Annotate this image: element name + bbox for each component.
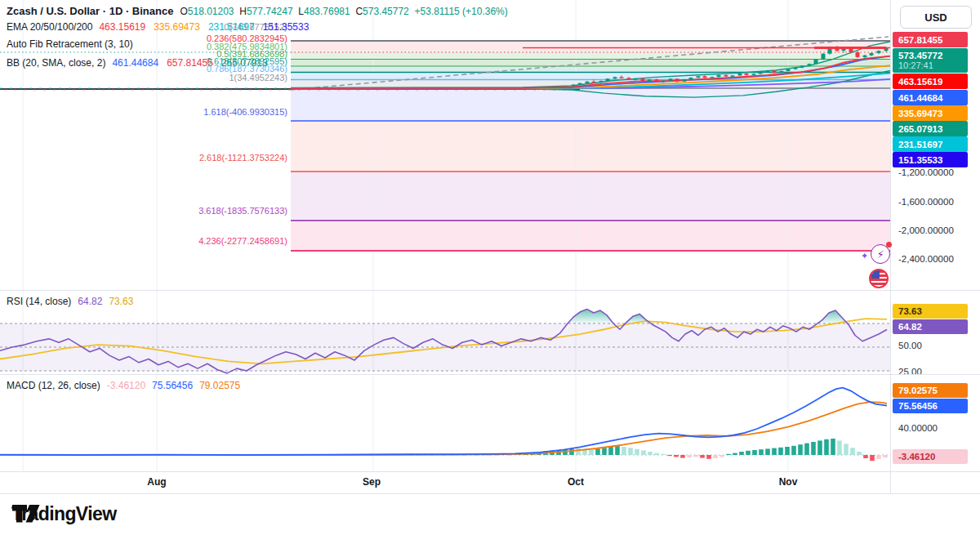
candle-body[interactable] — [620, 77, 624, 78]
macd-hist-bar[interactable] — [863, 455, 868, 458]
macd-hist-bar[interactable] — [648, 452, 653, 455]
candle-body[interactable] — [786, 69, 791, 71]
macd-hist-bar[interactable] — [739, 452, 744, 455]
candle-body[interactable] — [808, 64, 812, 65]
macd-hist-bar[interactable] — [635, 449, 639, 455]
candle-body[interactable] — [738, 74, 742, 75]
macd-hist-bar[interactable] — [837, 440, 842, 455]
macd-hist-bar[interactable] — [693, 455, 698, 457]
candle-body[interactable] — [613, 77, 617, 78]
macd-hist-bar[interactable] — [576, 448, 581, 455]
macd-hist-bar[interactable] — [726, 454, 731, 455]
candle-body[interactable] — [856, 52, 860, 57]
rsi-legend-row[interactable]: RSI (14, close) 64.82 73.63 — [7, 296, 133, 307]
macd-hist-bar[interactable] — [850, 448, 855, 455]
macd-hist-bar[interactable] — [602, 448, 607, 455]
candle-body[interactable] — [731, 75, 735, 77]
macd-hist-bar[interactable] — [608, 447, 613, 455]
macd-legend-row[interactable]: MACD (12, 26, close) -3.46120 75.56456 7… — [7, 380, 240, 391]
macd-hist-bar[interactable] — [589, 450, 594, 455]
candle-body[interactable] — [780, 71, 784, 73]
candle-body[interactable] — [655, 79, 659, 82]
ema-legend-row[interactable]: EMA 20/50/100/200 463.15619335.69473231.… — [7, 21, 317, 33]
bb-legend-row[interactable]: BB (20, SMA, close, 2) 461.44684657.8145… — [7, 57, 276, 69]
macd-hist-bar[interactable] — [883, 455, 888, 457]
macd-hist-bar[interactable] — [661, 454, 666, 455]
macd-hist-bar[interactable] — [759, 449, 764, 455]
candle-body[interactable] — [794, 68, 798, 69]
candle-body[interactable] — [578, 83, 582, 85]
candle-body[interactable] — [683, 79, 687, 82]
macd-hist-bar[interactable] — [811, 442, 816, 455]
candle-body[interactable] — [572, 85, 576, 87]
candle-body[interactable] — [648, 79, 652, 81]
macd-hist-bar[interactable] — [595, 448, 600, 455]
macd-signal-line[interactable] — [0, 402, 887, 455]
candle-body[interactable] — [710, 77, 715, 78]
macd-hist-bar[interactable] — [817, 440, 822, 455]
macd-hist-bar[interactable] — [687, 455, 692, 457]
candle-body[interactable] — [759, 72, 763, 74]
macd-hist-bar[interactable] — [876, 455, 881, 459]
symbol-title[interactable]: Zcash / U.S. Dollar · 1D · Binance — [7, 5, 173, 17]
candle-body[interactable] — [863, 56, 867, 57]
candle-body[interactable] — [724, 75, 728, 77]
candle-body[interactable] — [634, 78, 638, 80]
chart-canvas[interactable] — [0, 0, 890, 493]
macd-hist-bar[interactable] — [746, 451, 751, 455]
us-economic-event-icon[interactable] — [869, 269, 889, 288]
macd-hist-bar[interactable] — [870, 455, 875, 461]
flash-news-event-icon[interactable]: ✦ ⚡ — [871, 244, 890, 264]
candle-body[interactable] — [773, 70, 777, 73]
candle-body[interactable] — [877, 51, 881, 53]
macd-hist-bar[interactable] — [628, 448, 633, 455]
macd-hist-bar[interactable] — [615, 446, 620, 455]
candle-body[interactable] — [745, 74, 749, 75]
macd-hist-bar[interactable] — [772, 448, 777, 455]
macd-hist-bar[interactable] — [674, 455, 679, 457]
macd-hist-bar[interactable] — [824, 439, 829, 455]
macd-hist-bar[interactable] — [844, 444, 849, 455]
candle-body[interactable] — [703, 76, 707, 78]
macd-hist-bar[interactable] — [785, 447, 790, 455]
macd-hist-bar[interactable] — [713, 455, 718, 458]
macd-hist-bar[interactable] — [857, 452, 862, 455]
macd-line[interactable] — [0, 388, 887, 455]
tradingview-logo[interactable]: TradingView — [11, 503, 116, 525]
macd-hist-bar[interactable] — [798, 444, 803, 455]
candle-body[interactable] — [599, 81, 604, 82]
macd-hist-bar[interactable] — [719, 455, 724, 457]
candle-body[interactable] — [669, 78, 673, 80]
candle-body[interactable] — [697, 76, 701, 78]
candle-body[interactable] — [800, 65, 804, 67]
macd-hist-bar[interactable] — [706, 455, 711, 459]
macd-hist-bar[interactable] — [654, 453, 659, 455]
macd-hist-bar[interactable] — [667, 455, 672, 456]
candle-body[interactable] — [717, 75, 721, 77]
macd-hist-bar[interactable] — [791, 446, 796, 455]
macd-hist-bar[interactable] — [733, 453, 737, 455]
candle-body[interactable] — [675, 78, 679, 81]
candle-body[interactable] — [627, 78, 631, 79]
candle-body[interactable] — [752, 74, 756, 75]
macd-hist-bar[interactable] — [641, 450, 646, 455]
candle-body[interactable] — [814, 60, 818, 65]
candle-body[interactable] — [766, 70, 770, 72]
macd-hist-bar[interactable] — [752, 450, 757, 455]
candle-body[interactable] — [870, 53, 874, 56]
candle-body[interactable] — [592, 82, 596, 83]
currency-usd-button[interactable]: USD — [900, 6, 972, 29]
candle-body[interactable] — [689, 78, 693, 79]
candle-body[interactable] — [586, 82, 590, 83]
macd-hist-bar[interactable] — [700, 455, 705, 458]
candle-body[interactable] — [822, 54, 826, 60]
macd-hist-bar[interactable] — [804, 444, 809, 455]
macd-hist-bar[interactable] — [621, 447, 626, 455]
macd-hist-bar[interactable] — [778, 448, 783, 455]
autofib-legend-row[interactable]: Auto Fib Retracement (3, 10) — [7, 38, 133, 50]
separator-macd-top[interactable] — [0, 374, 980, 375]
macd-hist-bar[interactable] — [831, 439, 835, 455]
candle-body[interactable] — [662, 81, 666, 82]
separator-rsi-top[interactable] — [0, 290, 980, 291]
candle-body[interactable] — [641, 78, 645, 81]
